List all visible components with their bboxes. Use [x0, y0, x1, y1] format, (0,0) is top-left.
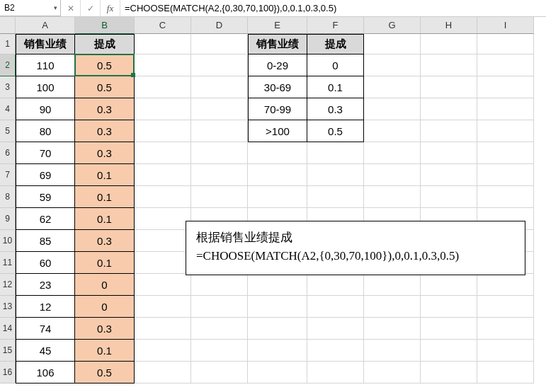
cell-C10[interactable] [135, 230, 191, 252]
cell-G8[interactable] [364, 186, 421, 208]
cell-B12[interactable]: 0 [75, 274, 135, 296]
cell-G7[interactable] [364, 164, 421, 186]
col-header-C[interactable]: C [135, 17, 191, 34]
cell-H2[interactable] [421, 54, 477, 76]
cell-F7[interactable] [307, 164, 364, 186]
cell-I14[interactable] [477, 318, 534, 340]
cell-C4[interactable] [135, 98, 191, 120]
cell-G4[interactable] [364, 98, 421, 120]
cell-B11[interactable]: 0.1 [75, 252, 135, 274]
cell-D13[interactable] [191, 296, 248, 318]
cell-G14[interactable] [364, 318, 421, 340]
cancel-button[interactable]: ✕ [61, 0, 81, 16]
cell-H3[interactable] [421, 76, 477, 98]
cell-A7[interactable]: 69 [16, 164, 75, 186]
cell-F14[interactable] [307, 318, 364, 340]
cell-I4[interactable] [477, 98, 534, 120]
cell-A16[interactable]: 106 [16, 362, 75, 384]
cell-H1[interactable] [421, 34, 477, 54]
row-header-12[interactable]: 12 [0, 274, 16, 296]
cell-F1[interactable]: 提成 [307, 34, 364, 54]
cell-G6[interactable] [364, 142, 421, 164]
cell-G1[interactable] [364, 34, 421, 54]
cell-I1[interactable] [477, 34, 534, 54]
cell-G3[interactable] [364, 76, 421, 98]
cell-C16[interactable] [135, 362, 191, 384]
cell-B10[interactable]: 0.3 [75, 230, 135, 252]
cell-I3[interactable] [477, 76, 534, 98]
cell-E16[interactable] [248, 362, 307, 384]
cell-D1[interactable] [191, 34, 248, 54]
row-header-1[interactable]: 1 [0, 34, 16, 54]
cell-D3[interactable] [191, 76, 248, 98]
cell-B2[interactable]: 0.5 [75, 54, 135, 76]
col-header-H[interactable]: H [421, 17, 477, 34]
cell-B1[interactable]: 提成 [75, 34, 135, 54]
cell-H7[interactable] [421, 164, 477, 186]
row-header-14[interactable]: 14 [0, 318, 16, 340]
cell-A11[interactable]: 60 [16, 252, 75, 274]
cell-G15[interactable] [364, 340, 421, 362]
cell-E2[interactable]: 0-29 [248, 54, 307, 76]
cell-A3[interactable]: 100 [16, 76, 75, 98]
enter-button[interactable]: ✓ [81, 0, 101, 16]
cell-E13[interactable] [248, 296, 307, 318]
cell-H15[interactable] [421, 340, 477, 362]
cell-I12[interactable] [477, 274, 534, 296]
cell-B13[interactable]: 0 [75, 296, 135, 318]
cell-A5[interactable]: 80 [16, 120, 75, 142]
cell-G12[interactable] [364, 274, 421, 296]
cell-C1[interactable] [135, 34, 191, 54]
cell-F3[interactable]: 0.1 [307, 76, 364, 98]
cell-I6[interactable] [477, 142, 534, 164]
col-header-E[interactable]: E [248, 17, 307, 34]
cell-E8[interactable] [248, 186, 307, 208]
cell-G13[interactable] [364, 296, 421, 318]
row-header-13[interactable]: 13 [0, 296, 16, 318]
cell-D7[interactable] [191, 164, 248, 186]
formula-input[interactable]: =CHOOSE(MATCH(A2,{0,30,70,100}),0,0.1,0.… [120, 0, 546, 16]
cell-H12[interactable] [421, 274, 477, 296]
cell-A10[interactable]: 85 [16, 230, 75, 252]
cell-H5[interactable] [421, 120, 477, 142]
cell-B16[interactable]: 0.5 [75, 362, 135, 384]
cell-I15[interactable] [477, 340, 534, 362]
cell-D15[interactable] [191, 340, 248, 362]
cell-C15[interactable] [135, 340, 191, 362]
row-header-15[interactable]: 15 [0, 340, 16, 362]
cell-I2[interactable] [477, 54, 534, 76]
cell-B5[interactable]: 0.3 [75, 120, 135, 142]
cell-C14[interactable] [135, 318, 191, 340]
dropdown-icon[interactable]: ▾ [54, 4, 57, 11]
cell-E4[interactable]: 70-99 [248, 98, 307, 120]
cell-C12[interactable] [135, 274, 191, 296]
cell-B8[interactable]: 0.1 [75, 186, 135, 208]
cell-C3[interactable] [135, 76, 191, 98]
cell-D12[interactable] [191, 274, 248, 296]
cell-C5[interactable] [135, 120, 191, 142]
cell-F6[interactable] [307, 142, 364, 164]
cell-G2[interactable] [364, 54, 421, 76]
cell-E15[interactable] [248, 340, 307, 362]
cell-G5[interactable] [364, 120, 421, 142]
cell-E5[interactable]: >100 [248, 120, 307, 142]
cell-F12[interactable] [307, 274, 364, 296]
cell-B9[interactable]: 0.1 [75, 208, 135, 230]
cell-B14[interactable]: 0.3 [75, 318, 135, 340]
row-header-5[interactable]: 5 [0, 120, 16, 142]
cell-C6[interactable] [135, 142, 191, 164]
row-header-10[interactable]: 10 [0, 230, 16, 252]
cell-A8[interactable]: 59 [16, 186, 75, 208]
cell-D16[interactable] [191, 362, 248, 384]
fx-button[interactable]: fx [101, 0, 120, 16]
cell-A9[interactable]: 62 [16, 208, 75, 230]
cell-A4[interactable]: 90 [16, 98, 75, 120]
cell-F5[interactable]: 0.5 [307, 120, 364, 142]
cell-F13[interactable] [307, 296, 364, 318]
cell-D2[interactable] [191, 54, 248, 76]
col-header-A[interactable]: A [16, 17, 75, 34]
cell-I5[interactable] [477, 120, 534, 142]
cell-C7[interactable] [135, 164, 191, 186]
select-all-corner[interactable] [0, 17, 16, 34]
cell-E14[interactable] [248, 318, 307, 340]
